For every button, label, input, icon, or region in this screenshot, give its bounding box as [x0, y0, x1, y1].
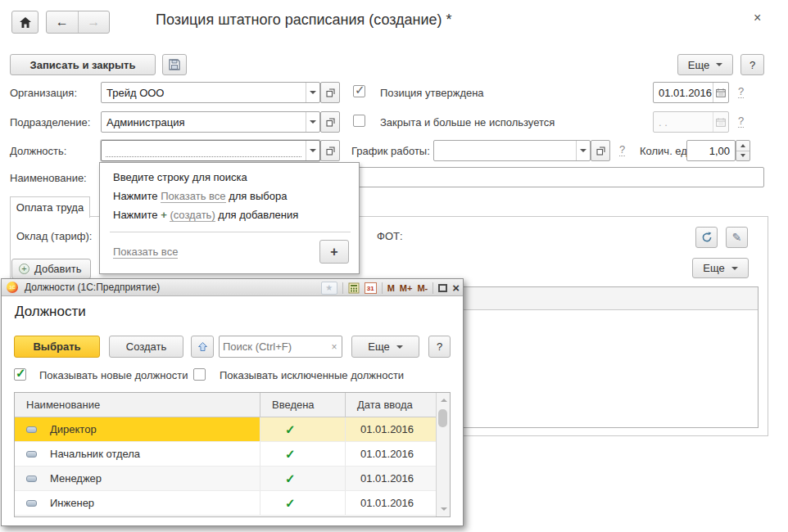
- cell-date[interactable]: 01.01.2016: [346, 467, 436, 490]
- memory-m-button[interactable]: М: [387, 283, 395, 293]
- qty-step-down[interactable]: [736, 151, 750, 161]
- modal-more-label: Еще: [368, 340, 389, 353]
- search-input[interactable]: [220, 340, 327, 353]
- select-button[interactable]: Выбрать: [14, 336, 100, 358]
- save-button[interactable]: [162, 54, 187, 75]
- calculator-icon[interactable]: [348, 282, 360, 294]
- position-open-button[interactable]: [320, 140, 340, 161]
- dept-combo[interactable]: Администрация: [101, 111, 320, 133]
- schedule-help-link[interactable]: ?: [619, 144, 625, 156]
- save-and-close-button[interactable]: Записать и закрыть: [10, 54, 156, 75]
- memory-m-minus-button[interactable]: М-: [417, 283, 428, 293]
- position-name: Директор: [50, 423, 97, 435]
- position-combo[interactable]: [101, 140, 320, 161]
- approved-date-help-link[interactable]: ?: [738, 86, 744, 98]
- show-all-inline-link[interactable]: Показать все: [161, 190, 225, 203]
- approved-checkbox[interactable]: [353, 85, 365, 97]
- move-up-button[interactable]: [191, 336, 214, 358]
- name-label: Наименование:: [10, 172, 87, 184]
- schedule-open-button[interactable]: [591, 140, 610, 161]
- show-all-link[interactable]: Показать все: [113, 246, 178, 258]
- column-header-entered[interactable]: Введена: [260, 393, 346, 417]
- scroll-up-icon[interactable]: [441, 399, 447, 402]
- closed-date-help-link[interactable]: ?: [738, 115, 744, 128]
- list-item-icon: [26, 476, 37, 482]
- cell-name[interactable]: Директор: [15, 417, 260, 441]
- cell-date[interactable]: 01.01.2016: [346, 491, 436, 515]
- help-button-top[interactable]: ?: [740, 54, 764, 75]
- add-button[interactable]: + Добавить: [11, 259, 91, 279]
- scroll-down-icon[interactable]: [441, 507, 447, 511]
- hint-text: для добавления: [215, 209, 299, 221]
- cell-name[interactable]: Инженер: [15, 491, 260, 515]
- org-dropdown-zone[interactable]: [306, 83, 319, 102]
- table-row[interactable]: Менеджер✓01.01.2016: [15, 467, 436, 491]
- position-input-caret-line: [106, 156, 301, 157]
- edit-button[interactable]: ✎: [726, 227, 748, 248]
- approved-date-field[interactable]: 01.01.2016: [653, 82, 729, 103]
- modal-titlebar[interactable]: 1С Должности (1С:Предприятие) ★ 31 М М+ …: [2, 279, 463, 296]
- modal-heading: Должности: [15, 304, 86, 320]
- schedule-combo[interactable]: [433, 140, 591, 161]
- cell-entered[interactable]: ✓: [260, 467, 346, 490]
- tab-pay[interactable]: Оплата труда: [10, 196, 90, 218]
- dropdown-create-button[interactable]: +: [319, 240, 349, 264]
- more-button-top[interactable]: Еще: [677, 54, 733, 75]
- position-dropdown-zone[interactable]: [306, 141, 319, 160]
- show-excluded-checkbox[interactable]: [193, 368, 206, 381]
- closed-date-field[interactable]: . .: [653, 111, 729, 133]
- column-header-date[interactable]: Дата ввода: [346, 393, 436, 417]
- scrollbar-thumb[interactable]: [438, 409, 447, 427]
- search-clear-icon[interactable]: ×: [327, 341, 342, 353]
- home-button[interactable]: [11, 11, 38, 34]
- table-row[interactable]: Инженер✓01.01.2016: [15, 491, 436, 516]
- favorite-star-icon[interactable]: ★: [321, 282, 337, 295]
- cell-name[interactable]: Менеджер: [15, 467, 260, 490]
- cell-date[interactable]: 01.01.2016: [346, 417, 436, 441]
- approved-date-calendar-button[interactable]: [713, 83, 728, 102]
- qty-step-up[interactable]: [736, 141, 750, 151]
- table-row[interactable]: Начальник отдела✓01.01.2016: [15, 442, 436, 467]
- show-new-checkbox[interactable]: [14, 368, 26, 381]
- chevron-down-icon: [310, 149, 316, 152]
- cell-date[interactable]: 01.01.2016: [346, 442, 436, 466]
- calendar-31-icon[interactable]: 31: [365, 282, 377, 294]
- cell-name[interactable]: Начальник отдела: [15, 442, 260, 466]
- modal-more-button[interactable]: Еще: [351, 336, 419, 358]
- position-label: Должность:: [10, 145, 66, 157]
- create-inline-link[interactable]: (создать): [170, 209, 215, 222]
- modal-help-button[interactable]: ?: [428, 336, 451, 358]
- org-open-button[interactable]: [320, 82, 340, 103]
- app-window: ← → Позиция штатного расписания (создани…: [0, 0, 788, 532]
- list-item-icon: [26, 451, 37, 458]
- memory-m-plus-button[interactable]: М+: [400, 283, 413, 293]
- more-button-group[interactable]: Еще: [692, 258, 749, 278]
- cell-entered[interactable]: ✓: [260, 417, 346, 441]
- closed-date-calendar-button[interactable]: [713, 112, 728, 132]
- back-button[interactable]: ←: [47, 11, 79, 33]
- positions-table-body: Директор✓01.01.2016Начальник отдела✓01.0…: [15, 417, 436, 516]
- dept-open-button[interactable]: [320, 111, 340, 133]
- modal-close-icon[interactable]: ×: [452, 282, 460, 294]
- modal-title: Должности (1С:Предприятие): [25, 282, 160, 293]
- schedule-dropdown-zone[interactable]: [576, 141, 590, 160]
- arrow-down-icon: [740, 154, 745, 157]
- org-combo[interactable]: Трейд ООО: [101, 82, 320, 103]
- closed-checkbox[interactable]: [353, 115, 365, 127]
- qty-stepper[interactable]: [736, 140, 750, 161]
- window-close-icon[interactable]: ×: [754, 11, 761, 25]
- cell-entered[interactable]: ✓: [260, 491, 346, 515]
- forward-button[interactable]: →: [79, 11, 110, 33]
- table-row[interactable]: Директор✓01.01.2016: [15, 417, 436, 442]
- dept-dropdown-zone[interactable]: [306, 112, 319, 132]
- table-scrollbar[interactable]: [436, 393, 450, 516]
- search-box[interactable]: ×: [219, 336, 342, 358]
- maximize-icon[interactable]: [438, 284, 447, 292]
- qty-field[interactable]: 1,00: [686, 140, 736, 161]
- cell-entered[interactable]: ✓: [260, 442, 346, 466]
- arrow-up-icon: [740, 144, 745, 147]
- create-button[interactable]: Создать: [109, 336, 183, 358]
- column-header-name[interactable]: Наименование: [15, 393, 260, 417]
- list-item-icon: [26, 426, 37, 433]
- refresh-button[interactable]: [695, 227, 718, 248]
